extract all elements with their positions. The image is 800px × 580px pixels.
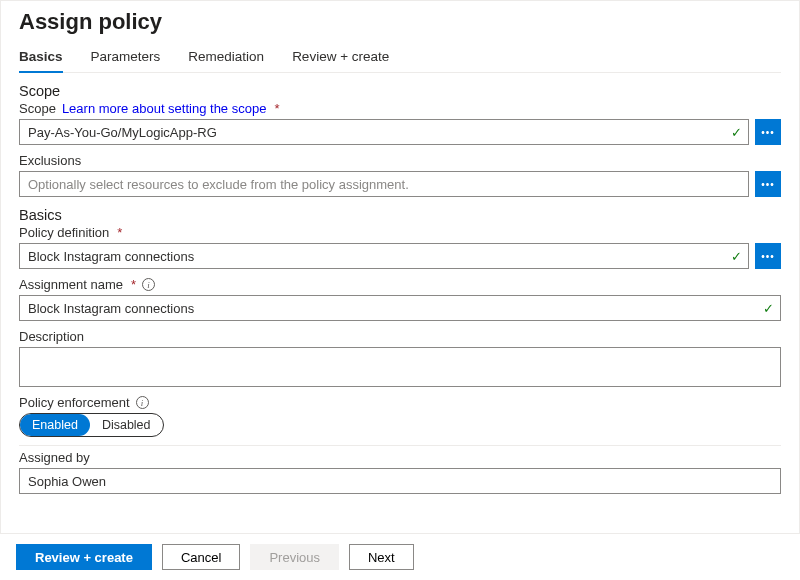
ellipsis-icon: ••• — [761, 251, 775, 262]
cancel-button[interactable]: Cancel — [162, 544, 240, 570]
page-title: Assign policy — [19, 9, 781, 35]
tab-bar: Basics Parameters Remediation Review + c… — [19, 43, 781, 73]
review-create-button[interactable]: Review + create — [16, 544, 152, 570]
exclusions-placeholder: Optionally select resources to exclude f… — [28, 177, 409, 192]
description-label: Description — [19, 329, 84, 344]
tab-review-create[interactable]: Review + create — [292, 43, 389, 73]
assigned-by-input[interactable]: Sophia Owen — [19, 468, 781, 494]
tab-remediation[interactable]: Remediation — [188, 43, 264, 73]
checkmark-icon: ✓ — [763, 301, 774, 316]
info-icon[interactable]: i — [136, 396, 149, 409]
exclusions-label: Exclusions — [19, 153, 81, 168]
tab-basics[interactable]: Basics — [19, 43, 63, 73]
policy-definition-value: Block Instagram connections — [28, 249, 194, 264]
assigned-by-value: Sophia Owen — [28, 474, 106, 489]
info-icon[interactable]: i — [142, 278, 155, 291]
required-asterisk: * — [117, 225, 122, 240]
next-button[interactable]: Next — [349, 544, 414, 570]
scope-value: Pay-As-You-Go/MyLogicApp-RG — [28, 125, 217, 140]
tab-parameters[interactable]: Parameters — [91, 43, 161, 73]
policy-definition-label: Policy definition — [19, 225, 109, 240]
ellipsis-icon: ••• — [761, 179, 775, 190]
required-asterisk: * — [131, 277, 136, 292]
checkmark-icon: ✓ — [731, 125, 742, 140]
exclusions-input[interactable]: Optionally select resources to exclude f… — [19, 171, 749, 197]
policy-enforcement-label: Policy enforcement — [19, 395, 130, 410]
scope-learn-more-link[interactable]: Learn more about setting the scope — [62, 101, 267, 116]
assignment-name-input[interactable]: Block Instagram connections ✓ — [19, 295, 781, 321]
exclusions-picker-button[interactable]: ••• — [755, 171, 781, 197]
enforcement-enabled-option[interactable]: Enabled — [20, 414, 90, 436]
description-input[interactable] — [19, 347, 781, 387]
divider — [19, 445, 781, 446]
enforcement-disabled-option[interactable]: Disabled — [90, 414, 163, 436]
footer-bar: Review + create Cancel Previous Next — [0, 533, 800, 580]
scope-label: Scope — [19, 101, 56, 116]
policy-definition-picker-button[interactable]: ••• — [755, 243, 781, 269]
assignment-name-label: Assignment name — [19, 277, 123, 292]
checkmark-icon: ✓ — [731, 249, 742, 264]
scope-input[interactable]: Pay-As-You-Go/MyLogicApp-RG ✓ — [19, 119, 749, 145]
assignment-name-value: Block Instagram connections — [28, 301, 194, 316]
policy-definition-input[interactable]: Block Instagram connections ✓ — [19, 243, 749, 269]
required-asterisk: * — [274, 101, 279, 116]
basics-heading: Basics — [19, 207, 781, 223]
policy-enforcement-toggle[interactable]: Enabled Disabled — [19, 413, 164, 437]
ellipsis-icon: ••• — [761, 127, 775, 138]
previous-button: Previous — [250, 544, 339, 570]
scope-picker-button[interactable]: ••• — [755, 119, 781, 145]
scope-heading: Scope — [19, 83, 781, 99]
assigned-by-label: Assigned by — [19, 450, 90, 465]
